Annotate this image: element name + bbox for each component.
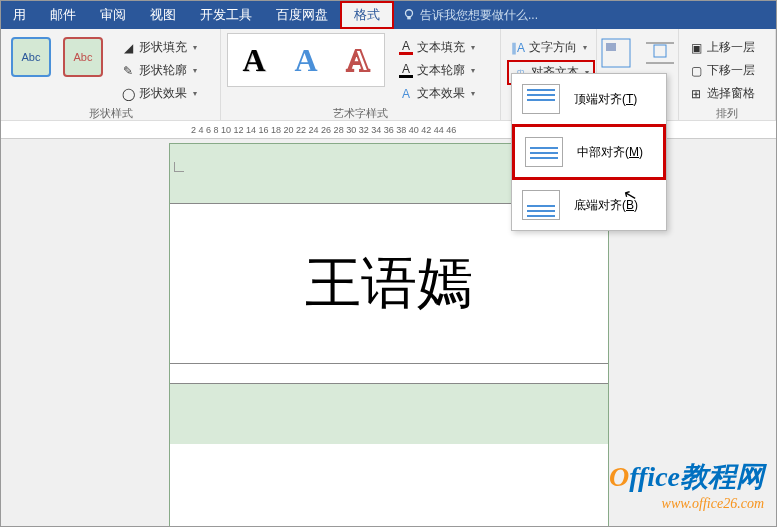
align-middle-option[interactable]: 中部对齐(M) (512, 124, 666, 180)
effects-icon: ◯ (121, 87, 135, 101)
text-fill-icon: A (399, 41, 413, 55)
align-top-label: 顶端对齐(T) (574, 91, 637, 108)
send-backward-icon: ▢ (689, 64, 703, 78)
align-top-option[interactable]: 顶端对齐(T) (512, 74, 666, 124)
chevron-down-icon: ▾ (471, 89, 475, 98)
chevron-down-icon: ▾ (583, 43, 587, 52)
text-fill-button[interactable]: A 文本填充▾ (395, 37, 479, 58)
shape-effects-button[interactable]: ◯ 形状效果▾ (117, 83, 201, 104)
text-outline-label: 文本轮廓 (417, 62, 465, 79)
text-fill-label: 文本填充 (417, 39, 465, 56)
position-icon (600, 37, 632, 69)
chevron-down-icon: ▾ (193, 43, 197, 52)
send-backward-button[interactable]: ▢ 下移一层 (685, 60, 759, 81)
align-middle-icon (525, 137, 563, 167)
tab-devtools[interactable]: 开发工具 (188, 1, 264, 29)
text-direction-icon: ∥A (511, 41, 525, 55)
align-bottom-icon (522, 190, 560, 220)
svg-point-0 (406, 10, 413, 17)
arrange-group-label: 排列 (685, 104, 769, 123)
selection-pane-button[interactable]: ⊞ 选择窗格 (685, 83, 759, 104)
align-top-icon (522, 84, 560, 114)
bring-forward-button[interactable]: ▣ 上移一层 (685, 37, 759, 58)
lightbulb-icon (402, 8, 416, 22)
shape-effects-label: 形状效果 (139, 85, 187, 102)
text-effects-button[interactable]: A 文本效果▾ (395, 83, 479, 104)
tell-me-placeholder: 告诉我您想要做什么... (420, 7, 538, 24)
watermark: Office教程网 www.office26.com (609, 458, 764, 512)
watermark-rest: ffice教程网 (629, 461, 764, 492)
chevron-down-icon: ▾ (193, 89, 197, 98)
text-effects-label: 文本效果 (417, 85, 465, 102)
shape-styles-group-label: 形状样式 (7, 104, 214, 123)
watermark-o: O (609, 461, 629, 492)
shape-fill-label: 形状填充 (139, 39, 187, 56)
wordart-preset-2[interactable]: A (282, 36, 330, 84)
wordart-styles-group: A A A A 文本填充▾ A 文本轮廓▾ A 文本效果▾ 艺术字样式 (221, 29, 501, 120)
text-effects-icon: A (399, 87, 413, 101)
send-backward-label: 下移一层 (707, 62, 755, 79)
selection-pane-label: 选择窗格 (707, 85, 755, 102)
table-cell-bottom[interactable] (170, 384, 608, 444)
tab-view[interactable]: 视图 (138, 1, 188, 29)
chevron-down-icon: ▾ (471, 66, 475, 75)
tell-me-search[interactable]: 告诉我您想要做什么... (402, 1, 538, 29)
svg-rect-3 (606, 43, 616, 51)
tab-mail[interactable]: 邮件 (38, 1, 88, 29)
shape-style-preset-2[interactable]: Abc (63, 37, 103, 77)
text-direction-button[interactable]: ∥A 文字方向▾ (507, 37, 595, 58)
pen-icon: ✎ (121, 64, 135, 78)
table-cell-thin[interactable] (170, 364, 608, 384)
shape-outline-label: 形状轮廓 (139, 62, 187, 79)
svg-rect-4 (654, 45, 666, 57)
tab-yong[interactable]: 用 (1, 1, 38, 29)
name-text: 王语嫣 (305, 246, 473, 322)
bring-forward-label: 上移一层 (707, 39, 755, 56)
shape-outline-button[interactable]: ✎ 形状轮廓▾ (117, 60, 201, 81)
shape-styles-group: Abc Abc ◢ 形状填充▾ ✎ 形状轮廓▾ ◯ 形状效果▾ 形状样式 (1, 29, 221, 120)
wordart-group-label: 艺术字样式 (227, 104, 494, 123)
tab-review[interactable]: 审阅 (88, 1, 138, 29)
wordart-preset-1[interactable]: A (230, 36, 278, 84)
text-outline-icon: A (399, 64, 413, 78)
watermark-url: www.office26.com (609, 496, 764, 512)
tab-baidu[interactable]: 百度网盘 (264, 1, 340, 29)
shape-style-preset-1[interactable]: Abc (11, 37, 51, 77)
wordart-gallery[interactable]: A A A (227, 33, 385, 87)
align-bottom-option[interactable]: 底端对齐(B) (512, 180, 666, 230)
selection-pane-icon: ⊞ (689, 87, 703, 101)
align-middle-label: 中部对齐(M) (577, 144, 643, 161)
watermark-brand: Office教程网 (609, 458, 764, 496)
shape-fill-button[interactable]: ◢ 形状填充▾ (117, 37, 201, 58)
text-outline-button[interactable]: A 文本轮廓▾ (395, 60, 479, 81)
wordart-preset-3[interactable]: A (334, 36, 382, 84)
ribbon-tabbar: 用 邮件 审阅 视图 开发工具 百度网盘 格式 告诉我您想要做什么... (1, 1, 776, 29)
text-direction-label: 文字方向 (529, 39, 577, 56)
arrange-group: ▣ 上移一层 ▢ 下移一层 ⊞ 选择窗格 排列 (679, 29, 776, 120)
svg-rect-1 (407, 17, 411, 20)
chevron-down-icon: ▾ (471, 43, 475, 52)
chevron-down-icon: ▾ (193, 66, 197, 75)
align-text-dropdown: 顶端对齐(T) 中部对齐(M) 底端对齐(B) (511, 73, 667, 231)
bring-forward-icon: ▣ (689, 41, 703, 55)
bucket-icon: ◢ (121, 41, 135, 55)
tab-format[interactable]: 格式 (340, 1, 394, 29)
page-corner-mark (174, 162, 184, 172)
wrap-icon (644, 37, 676, 69)
